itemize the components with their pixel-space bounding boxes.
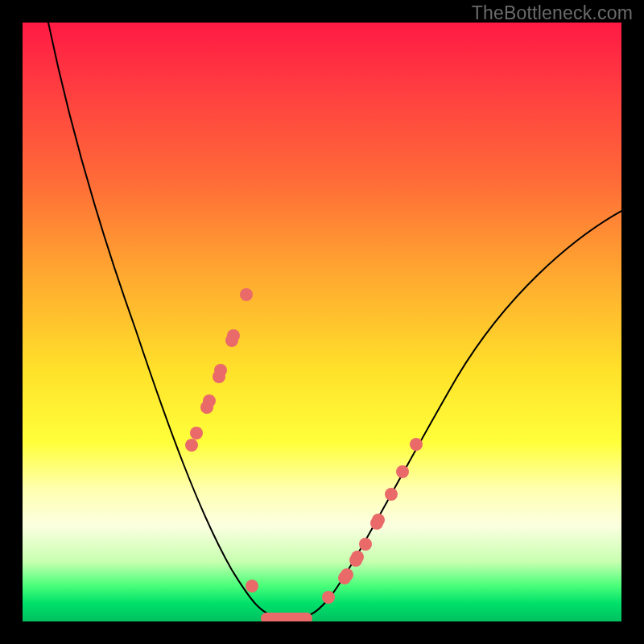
svg-point-6 [214,364,227,377]
svg-point-16 [359,538,372,551]
optimal-zone [261,613,312,621]
svg-point-9 [240,288,253,301]
svg-point-18 [372,514,385,526]
svg-point-20 [396,465,409,478]
svg-point-19 [385,488,398,501]
marker-group [185,288,423,604]
plot-area [23,23,621,621]
svg-point-13 [341,568,353,581]
svg-point-1 [185,439,198,452]
svg-point-15 [351,551,364,564]
svg-point-2 [190,427,203,440]
bottleneck-curve [48,23,621,618]
svg-point-4 [203,394,216,407]
chart-svg [23,23,621,621]
svg-point-11 [322,591,335,604]
outer-frame: TheBottleneck.com [0,0,644,644]
svg-point-21 [410,438,423,451]
svg-point-8 [227,329,240,342]
svg-rect-0 [261,613,312,621]
svg-point-10 [246,580,258,592]
watermark-text: TheBottleneck.com [472,2,633,24]
